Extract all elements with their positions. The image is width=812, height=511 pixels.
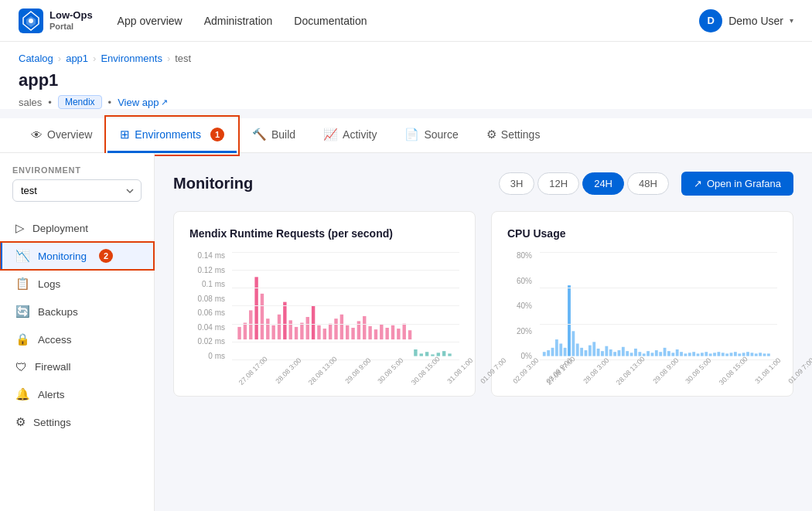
monitoring-icon: 📉	[15, 249, 30, 263]
cpu-grid-lines	[540, 252, 777, 360]
monitoring-header: Monitoring 3H 12H 24H 48H ↗ Open in Graf…	[173, 172, 793, 196]
chart-cpu-title: CPU Usage	[507, 227, 777, 240]
settings-sidebar-icon: ⚙	[15, 415, 26, 429]
main-content: ENVIRONMENT test production staging ▷ De…	[0, 153, 812, 511]
access-icon: 🔒	[15, 332, 30, 346]
sidebar-item-settings[interactable]: ⚙ Settings	[0, 408, 154, 436]
x-axis-cpu: 27.08 17:00 28.08 3:00 28.08 13:00 29.08…	[540, 360, 777, 376]
tab-activity[interactable]: 📈 Activity	[311, 118, 389, 153]
nav-links: App overview Administration Documentatio…	[118, 15, 700, 27]
page-meta: sales • Mendix • View app ↗	[19, 95, 793, 109]
logo-line1: Low-Ops	[49, 10, 93, 21]
breadcrumb-app1[interactable]: app1	[66, 53, 88, 64]
monitoring-title: Monitoring	[173, 175, 253, 192]
external-grafana-icon: ↗	[694, 178, 702, 189]
open-grafana-button[interactable]: ↗ Open in Grafana	[681, 172, 793, 196]
sidebar-item-access[interactable]: 🔒 Access	[0, 325, 154, 353]
logo-icon	[19, 9, 43, 33]
user-name: Demo User	[728, 15, 783, 27]
sidebar-item-firewall[interactable]: 🛡 Firewall	[0, 353, 154, 380]
chart-mendix-plot	[232, 252, 459, 360]
nav-administration[interactable]: Administration	[204, 15, 273, 27]
charts-grid: Mendix Runtime Requests (per second) 0.1…	[173, 211, 793, 397]
logs-icon: 📋	[15, 277, 30, 291]
logo-line2: Portal	[49, 22, 93, 31]
time-filters: 3H 12H 24H 48H	[499, 172, 669, 195]
tab-settings[interactable]: ⚙ Settings	[474, 118, 553, 153]
sidebar-item-monitoring[interactable]: 📉 Monitoring 2	[0, 242, 154, 270]
time-filter-3h[interactable]: 3H	[499, 172, 535, 195]
chart-cpu-usage: CPU Usage 80% 60% 40% 20% 0%	[491, 211, 793, 397]
sidebar-item-backups[interactable]: 🔄 Backups	[0, 298, 154, 325]
breadcrumb-catalog[interactable]: Catalog	[19, 53, 53, 64]
mendix-badge[interactable]: Mendix	[58, 95, 102, 109]
chart-mendix-runtime: Mendix Runtime Requests (per second) 0.1…	[173, 211, 476, 397]
sidebar: ENVIRONMENT test production staging ▷ De…	[0, 153, 155, 511]
tab-overview[interactable]: 👁 Overview	[19, 118, 104, 153]
tab-environments[interactable]: ⊞ Environments 1	[107, 118, 237, 153]
view-app-link[interactable]: View app ↗	[118, 97, 168, 108]
annotation-1: 1	[210, 128, 224, 141]
meta-owner: sales	[19, 97, 42, 108]
time-filter-24h[interactable]: 24H	[582, 172, 624, 195]
user-menu[interactable]: D Demo User ▾	[699, 9, 793, 32]
sidebar-item-deployment[interactable]: ▷ Deployment	[0, 214, 154, 242]
svg-point-3	[29, 19, 33, 23]
activity-icon: 📈	[323, 128, 338, 141]
deployment-icon: ▷	[15, 221, 25, 235]
env-label: ENVIRONMENT	[12, 165, 142, 175]
environments-icon: ⊞	[120, 128, 130, 141]
sidebar-item-alerts[interactable]: 🔔 Alerts	[0, 380, 154, 408]
time-filter-12h[interactable]: 12H	[537, 172, 579, 195]
breadcrumb-environments[interactable]: Environments	[101, 53, 162, 64]
firewall-icon: 🛡	[15, 360, 27, 373]
page-area: Monitoring 3H 12H 24H 48H ↗ Open in Graf…	[155, 153, 812, 511]
breadcrumb-test: test	[175, 53, 191, 64]
y-axis-cpu: 80% 60% 40% 20% 0%	[507, 252, 535, 360]
chart-cpu-plot	[540, 252, 777, 360]
top-nav: Low-Ops Portal App overview Administrati…	[0, 0, 812, 42]
tab-build[interactable]: 🔨 Build	[240, 118, 308, 153]
chart-mendix-container: 0.14 ms 0.12 ms 0.1 ms 0.08 ms 0.06 ms 0…	[189, 252, 459, 376]
overview-icon: 👁	[31, 128, 43, 141]
user-avatar: D	[699, 9, 722, 32]
env-select[interactable]: test production staging	[12, 179, 142, 202]
logo[interactable]: Low-Ops Portal	[19, 9, 93, 33]
annotation-2: 2	[99, 249, 113, 263]
page-title: app1	[19, 70, 793, 90]
x-axis-mendix: 27.08 17:00 28.08 3:00 28.08 13:00 29.08…	[232, 360, 459, 376]
external-link-icon: ↗	[161, 97, 168, 107]
chart-mendix-title: Mendix Runtime Requests (per second)	[189, 227, 459, 240]
breadcrumb: Catalog › app1 › Environments › test	[19, 53, 793, 64]
y-axis-mendix: 0.14 ms 0.12 ms 0.1 ms 0.08 ms 0.06 ms 0…	[189, 252, 228, 360]
grid-lines	[232, 252, 459, 360]
tabs-bar: 👁 Overview ⊞ Environments 1 🔨 Build 📈 Ac…	[0, 118, 812, 153]
chart-cpu-container: 80% 60% 40% 20% 0%	[507, 252, 777, 376]
time-filter-48h[interactable]: 48H	[627, 172, 669, 195]
nav-documentation[interactable]: Documentation	[294, 15, 367, 27]
build-icon: 🔨	[252, 128, 267, 141]
tab-source[interactable]: 📄 Source	[392, 118, 470, 153]
chevron-down-icon: ▾	[790, 16, 793, 25]
sidebar-nav: ▷ Deployment 📉 Monitoring 2 📋 Logs 🔄 Bac…	[0, 214, 154, 436]
nav-app-overview[interactable]: App overview	[118, 15, 183, 27]
alerts-icon: 🔔	[15, 387, 30, 401]
sidebar-item-logs[interactable]: 📋 Logs	[0, 270, 154, 298]
page-header: Catalog › app1 › Environments › test app…	[0, 42, 812, 109]
backups-icon: 🔄	[15, 305, 30, 319]
source-icon: 📄	[404, 128, 419, 141]
settings-icon: ⚙	[486, 128, 496, 141]
env-selector-section: ENVIRONMENT test production staging	[0, 165, 154, 214]
